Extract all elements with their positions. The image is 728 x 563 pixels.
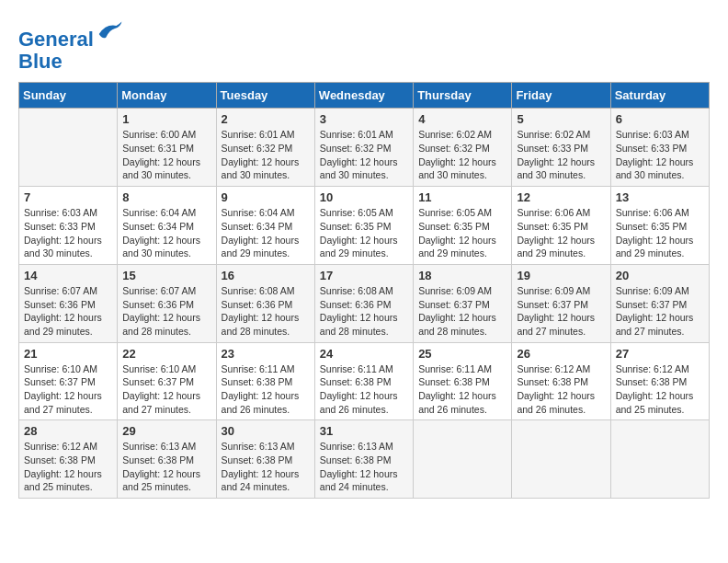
calendar-cell bbox=[512, 420, 610, 499]
day-number: 18 bbox=[418, 269, 506, 282]
day-number: 25 bbox=[418, 347, 506, 361]
day-number: 22 bbox=[122, 347, 210, 361]
calendar-cell: 16Sunrise: 6:08 AM Sunset: 6:36 PM Dayli… bbox=[216, 264, 314, 342]
day-info: Sunrise: 6:10 AM Sunset: 6:37 PM Dayligh… bbox=[122, 362, 210, 417]
day-number: 19 bbox=[517, 269, 605, 282]
day-info: Sunrise: 6:03 AM Sunset: 6:33 PM Dayligh… bbox=[616, 128, 704, 182]
days-header-row: SundayMondayTuesdayWednesdayThursdayFrid… bbox=[19, 83, 710, 109]
calendar-table: SundayMondayTuesdayWednesdayThursdayFrid… bbox=[18, 82, 710, 499]
calendar-cell: 20Sunrise: 6:09 AM Sunset: 6:37 PM Dayli… bbox=[610, 264, 709, 342]
calendar-week-row: 14Sunrise: 6:07 AM Sunset: 6:36 PM Dayli… bbox=[19, 264, 710, 342]
header-saturday: Saturday bbox=[610, 83, 709, 109]
day-info: Sunrise: 6:00 AM Sunset: 6:31 PM Dayligh… bbox=[122, 128, 210, 182]
day-info: Sunrise: 6:07 AM Sunset: 6:36 PM Dayligh… bbox=[122, 284, 210, 339]
day-number: 12 bbox=[517, 190, 605, 204]
calendar-week-row: 21Sunrise: 6:10 AM Sunset: 6:37 PM Dayli… bbox=[19, 342, 710, 420]
day-number: 31 bbox=[320, 424, 408, 438]
day-info: Sunrise: 6:09 AM Sunset: 6:37 PM Dayligh… bbox=[616, 284, 704, 339]
header-monday: Monday bbox=[118, 83, 216, 109]
calendar-week-row: 1Sunrise: 6:00 AM Sunset: 6:31 PM Daylig… bbox=[19, 109, 710, 187]
calendar-cell bbox=[610, 420, 709, 499]
calendar-cell: 24Sunrise: 6:11 AM Sunset: 6:38 PM Dayli… bbox=[314, 342, 413, 420]
day-info: Sunrise: 6:02 AM Sunset: 6:33 PM Dayligh… bbox=[517, 128, 605, 182]
calendar-cell: 1Sunrise: 6:00 AM Sunset: 6:31 PM Daylig… bbox=[118, 109, 216, 187]
header-wednesday: Wednesday bbox=[314, 83, 413, 109]
calendar-cell: 25Sunrise: 6:11 AM Sunset: 6:38 PM Dayli… bbox=[414, 342, 512, 420]
day-info: Sunrise: 6:08 AM Sunset: 6:36 PM Dayligh… bbox=[222, 284, 310, 339]
logo-blue: Blue bbox=[18, 50, 63, 73]
day-number: 6 bbox=[616, 112, 704, 126]
day-number: 7 bbox=[24, 190, 112, 204]
header-thursday: Thursday bbox=[414, 83, 512, 109]
day-number: 21 bbox=[24, 347, 112, 361]
day-info: Sunrise: 6:09 AM Sunset: 6:37 PM Dayligh… bbox=[418, 284, 506, 339]
day-info: Sunrise: 6:07 AM Sunset: 6:36 PM Dayligh… bbox=[24, 284, 112, 339]
logo-text: General Blue bbox=[18, 18, 123, 73]
day-info: Sunrise: 6:09 AM Sunset: 6:37 PM Dayligh… bbox=[517, 284, 605, 339]
day-info: Sunrise: 6:11 AM Sunset: 6:38 PM Dayligh… bbox=[222, 362, 310, 417]
day-info: Sunrise: 6:04 AM Sunset: 6:34 PM Dayligh… bbox=[122, 206, 210, 260]
day-number: 1 bbox=[122, 112, 210, 126]
calendar-cell: 21Sunrise: 6:10 AM Sunset: 6:37 PM Dayli… bbox=[19, 342, 118, 420]
day-info: Sunrise: 6:05 AM Sunset: 6:35 PM Dayligh… bbox=[418, 206, 506, 260]
day-number: 26 bbox=[517, 347, 605, 361]
calendar-cell: 11Sunrise: 6:05 AM Sunset: 6:35 PM Dayli… bbox=[414, 187, 512, 265]
header-friday: Friday bbox=[512, 83, 610, 109]
day-number: 9 bbox=[222, 190, 310, 204]
calendar-cell: 4Sunrise: 6:02 AM Sunset: 6:32 PM Daylig… bbox=[414, 109, 512, 187]
day-number: 27 bbox=[616, 347, 704, 361]
day-info: Sunrise: 6:10 AM Sunset: 6:37 PM Dayligh… bbox=[24, 362, 112, 417]
day-info: Sunrise: 6:12 AM Sunset: 6:38 PM Dayligh… bbox=[24, 440, 112, 494]
day-number: 28 bbox=[24, 424, 112, 438]
calendar-cell: 30Sunrise: 6:13 AM Sunset: 6:38 PM Dayli… bbox=[216, 420, 314, 499]
day-info: Sunrise: 6:12 AM Sunset: 6:38 PM Dayligh… bbox=[616, 362, 704, 417]
day-number: 17 bbox=[320, 269, 408, 282]
calendar-cell: 10Sunrise: 6:05 AM Sunset: 6:35 PM Dayli… bbox=[314, 187, 413, 265]
calendar-cell: 19Sunrise: 6:09 AM Sunset: 6:37 PM Dayli… bbox=[512, 264, 610, 342]
calendar-cell: 18Sunrise: 6:09 AM Sunset: 6:37 PM Dayli… bbox=[414, 264, 512, 342]
day-number: 5 bbox=[517, 112, 605, 126]
calendar-cell: 15Sunrise: 6:07 AM Sunset: 6:36 PM Dayli… bbox=[118, 264, 216, 342]
day-info: Sunrise: 6:01 AM Sunset: 6:32 PM Dayligh… bbox=[222, 128, 310, 182]
day-number: 10 bbox=[320, 190, 408, 204]
header-tuesday: Tuesday bbox=[216, 83, 314, 109]
day-info: Sunrise: 6:13 AM Sunset: 6:38 PM Dayligh… bbox=[122, 440, 210, 494]
header-sunday: Sunday bbox=[19, 83, 118, 109]
calendar-cell: 9Sunrise: 6:04 AM Sunset: 6:34 PM Daylig… bbox=[216, 187, 314, 265]
day-number: 13 bbox=[616, 190, 704, 204]
day-number: 24 bbox=[320, 347, 408, 361]
logo-bird-icon bbox=[96, 18, 123, 46]
day-info: Sunrise: 6:04 AM Sunset: 6:34 PM Dayligh… bbox=[222, 206, 310, 260]
day-number: 15 bbox=[122, 269, 210, 282]
day-info: Sunrise: 6:13 AM Sunset: 6:38 PM Dayligh… bbox=[222, 440, 310, 494]
calendar-cell: 23Sunrise: 6:11 AM Sunset: 6:38 PM Dayli… bbox=[216, 342, 314, 420]
calendar-cell: 13Sunrise: 6:06 AM Sunset: 6:35 PM Dayli… bbox=[610, 187, 709, 265]
day-number: 2 bbox=[222, 112, 310, 126]
day-number: 20 bbox=[616, 269, 704, 282]
day-info: Sunrise: 6:13 AM Sunset: 6:38 PM Dayligh… bbox=[320, 440, 408, 494]
calendar-cell: 26Sunrise: 6:12 AM Sunset: 6:38 PM Dayli… bbox=[512, 342, 610, 420]
day-info: Sunrise: 6:11 AM Sunset: 6:38 PM Dayligh… bbox=[418, 362, 506, 417]
day-info: Sunrise: 6:01 AM Sunset: 6:32 PM Dayligh… bbox=[320, 128, 408, 182]
calendar-cell bbox=[414, 420, 512, 499]
day-number: 29 bbox=[122, 424, 210, 438]
day-number: 14 bbox=[24, 269, 112, 282]
day-info: Sunrise: 6:03 AM Sunset: 6:33 PM Dayligh… bbox=[24, 206, 112, 260]
calendar-cell: 31Sunrise: 6:13 AM Sunset: 6:38 PM Dayli… bbox=[314, 420, 413, 499]
day-info: Sunrise: 6:06 AM Sunset: 6:35 PM Dayligh… bbox=[517, 206, 605, 260]
calendar-cell: 3Sunrise: 6:01 AM Sunset: 6:32 PM Daylig… bbox=[314, 109, 413, 187]
day-number: 30 bbox=[222, 424, 310, 438]
calendar-cell: 27Sunrise: 6:12 AM Sunset: 6:38 PM Dayli… bbox=[610, 342, 709, 420]
calendar-cell: 2Sunrise: 6:01 AM Sunset: 6:32 PM Daylig… bbox=[216, 109, 314, 187]
logo-general: General bbox=[18, 28, 94, 51]
day-number: 11 bbox=[418, 190, 506, 204]
day-info: Sunrise: 6:11 AM Sunset: 6:38 PM Dayligh… bbox=[320, 362, 408, 417]
day-info: Sunrise: 6:08 AM Sunset: 6:36 PM Dayligh… bbox=[320, 284, 408, 339]
calendar-cell: 14Sunrise: 6:07 AM Sunset: 6:36 PM Dayli… bbox=[19, 264, 118, 342]
calendar-cell: 6Sunrise: 6:03 AM Sunset: 6:33 PM Daylig… bbox=[610, 109, 709, 187]
calendar-cell bbox=[19, 109, 118, 187]
page-header: General Blue bbox=[18, 18, 710, 73]
day-number: 3 bbox=[320, 112, 408, 126]
day-info: Sunrise: 6:12 AM Sunset: 6:38 PM Dayligh… bbox=[517, 362, 605, 417]
calendar-cell: 7Sunrise: 6:03 AM Sunset: 6:33 PM Daylig… bbox=[19, 187, 118, 265]
